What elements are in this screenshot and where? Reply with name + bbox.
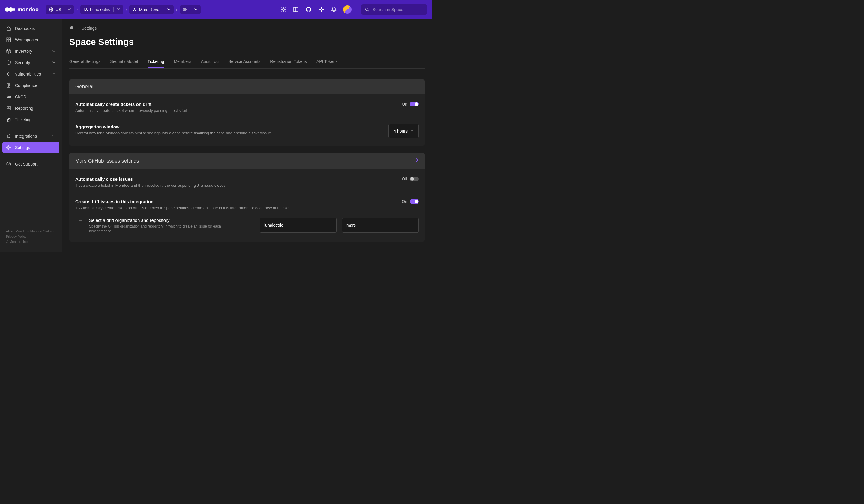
sidebar-item-inventory[interactable]: Inventory <box>2 46 59 57</box>
github-card: Mars GitHub Issues settings Automaticall… <box>69 153 425 242</box>
tab-audit-log[interactable]: Audit Log <box>201 56 219 69</box>
box-icon <box>6 49 11 54</box>
svg-point-26 <box>5 8 9 12</box>
main-content: › Settings Space Settings General Settin… <box>62 19 432 252</box>
group-icon <box>83 7 88 12</box>
setting-title: Create drift issues in this integration <box>75 199 291 204</box>
sidebar-item-label: Compliance <box>15 83 56 88</box>
context-org-chip[interactable]: Lunalectric <box>80 5 123 14</box>
home-icon[interactable] <box>69 25 74 31</box>
sidebar-item-label: Get Support <box>15 162 56 167</box>
chevron-down-icon <box>194 7 198 12</box>
chevron-down-icon <box>52 72 56 76</box>
sidebar-item-integrations[interactable]: Integrations <box>2 131 59 142</box>
github-card-header: Mars GitHub Issues settings <box>69 153 425 169</box>
sidebar-item-vulnerabilities[interactable]: Vulnerabilities <box>2 69 59 80</box>
select-value: 4 hours <box>394 128 408 133</box>
sidebar-footer: About Mondoo · Mondoo Status · Privacy P… <box>2 229 59 248</box>
avatar[interactable] <box>343 5 352 14</box>
breadcrumb-separator: › <box>77 26 79 30</box>
sidebar-item-label: Integrations <box>15 134 49 138</box>
footer-privacy-link[interactable]: Privacy Policy <box>6 235 26 238</box>
sidebar-item-ticketing[interactable]: Ticketing <box>2 114 59 125</box>
tab-registration-tokens[interactable]: Registration Tokens <box>270 56 307 69</box>
sidebar-item-settings[interactable]: Settings <box>2 142 59 153</box>
tab-general-settings[interactable]: General Settings <box>69 56 100 69</box>
chevron-down-icon <box>52 134 56 138</box>
open-integration-link[interactable] <box>413 157 419 164</box>
theme-toggle-icon[interactable] <box>280 6 287 13</box>
tab-api-tokens[interactable]: API Tokens <box>316 56 338 69</box>
sidebar-item-workspaces[interactable]: Workspaces <box>2 34 59 46</box>
setting-desc: Automatically create a ticket when previ… <box>75 108 188 113</box>
globe-icon <box>49 7 54 12</box>
setting-auto-create-drift: Automatically create tickets on drift Au… <box>69 96 425 119</box>
auto-close-issues-toggle[interactable]: Off <box>402 176 419 181</box>
sidebar-divider <box>5 128 57 128</box>
page-title: Space Settings <box>69 37 425 47</box>
card-title: General <box>75 84 93 90</box>
setting-aggregation-window: Aggregation window Control how long Mond… <box>69 119 425 143</box>
tab-ticketing[interactable]: Ticketing <box>147 56 165 69</box>
crumb-separator: › <box>126 7 127 12</box>
brand-logo[interactable]: mondoo <box>5 7 39 13</box>
chevron-down-icon <box>52 60 56 65</box>
sidebar-item-label: Reporting <box>15 106 56 111</box>
sidebar-item-label: Settings <box>15 145 56 150</box>
tab-service-accounts[interactable]: Service Accounts <box>228 56 261 69</box>
aggregation-window-select[interactable]: 4 hours <box>388 124 419 138</box>
context-space-label: Mars Rover <box>139 7 160 12</box>
chevron-down-icon <box>117 7 120 12</box>
sidebar-item-cicd[interactable]: CI/CD <box>2 91 59 102</box>
drift-repo-input[interactable] <box>342 218 419 233</box>
doc-icon <box>6 83 11 88</box>
context-region-chip[interactable]: US <box>46 5 74 14</box>
grid-icon <box>6 37 11 42</box>
github-icon[interactable] <box>305 6 312 13</box>
drift-org-input[interactable] <box>260 218 337 233</box>
plug-icon <box>6 133 11 139</box>
dashboard-icon <box>183 7 188 12</box>
sidebar-item-dashboard[interactable]: Dashboard <box>2 23 59 34</box>
caret-down-icon <box>411 130 414 133</box>
footer-about-link[interactable]: About Mondoo <box>6 229 27 233</box>
breadcrumb-current: Settings <box>82 26 97 30</box>
switch-off-icon <box>410 176 419 181</box>
notifications-icon[interactable] <box>331 6 337 13</box>
create-drift-issues-toggle[interactable]: On <box>402 199 419 204</box>
chevron-down-icon <box>52 49 56 54</box>
sidebar-item-label: CI/CD <box>15 95 56 99</box>
docs-icon[interactable] <box>293 6 299 13</box>
auto-create-drift-toggle[interactable]: On <box>402 102 419 107</box>
sidebar-item-reporting[interactable]: Reporting <box>2 102 59 114</box>
setting-desc: Specify the GitHub organization and repo… <box>89 224 227 234</box>
home-icon <box>6 26 11 31</box>
chevron-down-icon <box>167 7 171 12</box>
context-space-chip[interactable]: Mars Rover <box>129 5 173 14</box>
bug-icon <box>6 71 11 77</box>
infinity-icon <box>6 94 11 100</box>
crumb-separator: › <box>176 7 178 12</box>
switch-on-icon <box>410 199 419 204</box>
search-input[interactable] <box>373 7 424 12</box>
footer-copyright: © Mondoo, Inc. <box>6 240 28 244</box>
search-box[interactable] <box>361 4 427 15</box>
crumb-separator: › <box>76 7 78 12</box>
footer-status-link[interactable]: Mondoo Status <box>30 229 52 233</box>
topbar: mondoo US › Lunalectric › Mars Rover › <box>0 0 432 19</box>
toggle-state-label: On <box>402 102 407 107</box>
context-org-label: Lunalectric <box>90 7 110 12</box>
context-workspace-chip[interactable] <box>180 5 201 14</box>
sidebar-item-support[interactable]: Get Support <box>2 158 59 170</box>
tab-security-model[interactable]: Security Model <box>110 56 138 69</box>
slack-icon[interactable] <box>318 6 325 13</box>
brand-name: mondoo <box>17 7 39 13</box>
settings-tabs: General Settings Security Model Ticketin… <box>69 56 425 69</box>
sidebar-item-compliance[interactable]: Compliance <box>2 80 59 91</box>
sidebar-item-security[interactable]: Security <box>2 57 59 69</box>
tab-members[interactable]: Members <box>174 56 191 69</box>
setting-desc: If you create a ticket in Mondoo and the… <box>75 183 227 188</box>
svg-point-27 <box>9 8 13 12</box>
setting-title: Automatically create tickets on drift <box>75 102 188 107</box>
context-region-label: US <box>56 7 61 12</box>
